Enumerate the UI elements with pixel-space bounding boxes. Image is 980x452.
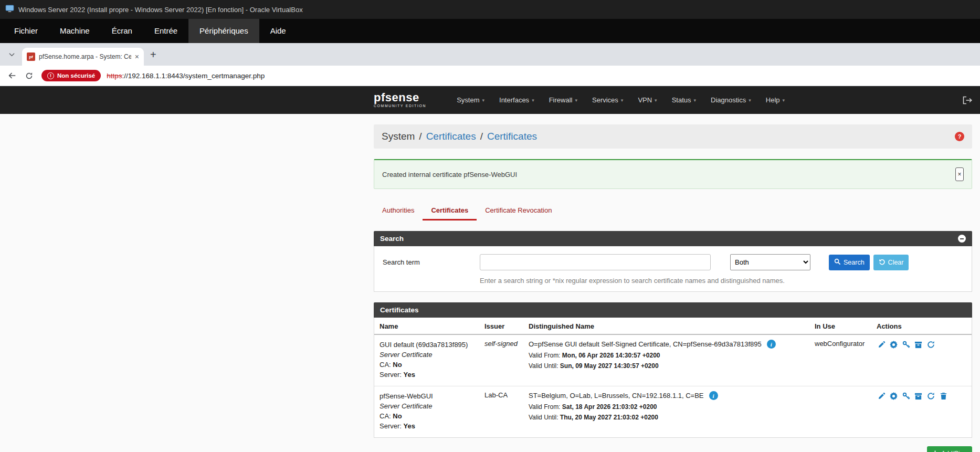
back-button[interactable] <box>7 71 17 80</box>
vbox-titlebar: Windows Server 2022 (Install propre - Wi… <box>0 0 980 19</box>
caret-down-icon: ▾ <box>575 98 577 103</box>
table-row: GUI default (69d3a7813f895) Server Certi… <box>374 334 972 386</box>
url-scheme: https <box>107 72 122 80</box>
tab-search-chevron-icon[interactable] <box>5 48 18 61</box>
cert-ca-line: CA: No <box>380 411 474 421</box>
refresh-button[interactable] <box>25 72 33 80</box>
search-scope-select[interactable]: Both <box>730 254 810 270</box>
delete-icon[interactable] <box>939 391 948 401</box>
cert-dn: ST=Belgium, O=Lab, L=Brussels, CN=192.16… <box>529 392 704 400</box>
valid-until-line: Valid Until: Thu, 20 May 2027 21:03:02 +… <box>529 414 804 421</box>
tab-bar: Authorities Certificates Certificate Rev… <box>374 202 972 220</box>
certificates-panel: Certificates Name Issuer Distinguished N… <box>374 302 972 438</box>
key-icon[interactable] <box>901 391 911 401</box>
content-container: System / Certificates / Certificates ? C… <box>374 124 972 452</box>
menubar-item-machine[interactable]: Machine <box>49 19 101 43</box>
nav-item-interfaces[interactable]: Interfaces▾ <box>492 92 542 108</box>
cert-dn-cell: ST=Belgium, O=Lab, L=Brussels, CN=192.16… <box>523 386 809 438</box>
key-icon[interactable] <box>901 340 911 349</box>
nav-item-label: Interfaces <box>499 96 529 104</box>
nav-item-system[interactable]: System▾ <box>449 92 492 108</box>
tab-authorities[interactable]: Authorities <box>374 202 423 220</box>
caret-down-icon: ▾ <box>694 98 697 103</box>
nav-item-help[interactable]: Help▾ <box>758 92 792 108</box>
vbox-menubar: Fichier Machine Écran Entrée Périphériqu… <box>0 19 980 43</box>
search-panel-title: Search <box>380 235 404 243</box>
breadcrumb-link-certificates[interactable]: Certificates <box>426 131 476 142</box>
search-hint: Enter a search string or *nix regular ex… <box>480 277 963 285</box>
cert-actions-cell <box>871 386 972 438</box>
breadcrumb-separator: / <box>419 131 421 142</box>
nav-item-status[interactable]: Status▾ <box>665 92 703 108</box>
edit-icon[interactable] <box>877 391 886 401</box>
nav-item-vpn[interactable]: VPN▾ <box>630 92 664 108</box>
security-badge[interactable]: ! Non sécurisé <box>41 70 101 81</box>
menubar-item-aide[interactable]: Aide <box>259 19 297 43</box>
new-tab-button[interactable]: + <box>150 49 156 60</box>
certificate-icon[interactable] <box>889 391 899 401</box>
breadcrumb-separator: / <box>480 131 483 142</box>
browser-tab[interactable]: pf pfSense.home.arpa - System: Cert × <box>22 48 144 66</box>
archive-icon[interactable] <box>914 340 923 349</box>
cert-server-line: Server: Yes <box>380 370 474 380</box>
add-sign-button[interactable]: Add/Sign <box>927 446 972 452</box>
logout-icon[interactable] <box>963 96 972 104</box>
nav-item-label: Help <box>766 96 780 104</box>
url-text: https://192.168.1.1:8443/system_certmana… <box>107 72 265 80</box>
success-alert: Created internal certificate pfSense-Web… <box>374 159 972 189</box>
cert-name: pfSense-WebGUI <box>380 391 474 401</box>
menubar-item-entree[interactable]: Entrée <box>143 19 188 43</box>
alert-close-button[interactable]: × <box>955 167 964 181</box>
nav-item-label: VPN <box>638 96 652 104</box>
menubar-item-peripheriques[interactable]: Périphériques <box>188 19 259 43</box>
pfsense-logo-text: pfsense <box>374 92 426 103</box>
breadcrumb-link-certificates-2[interactable]: Certificates <box>487 131 537 142</box>
renew-icon[interactable] <box>926 391 936 401</box>
certificates-panel-title: Certificates <box>380 306 419 314</box>
caret-down-icon: ▾ <box>749 98 751 103</box>
certificates-table: Name Issuer Distinguished Name In Use Ac… <box>374 318 972 437</box>
info-icon[interactable]: i <box>767 340 776 349</box>
renew-icon[interactable] <box>926 340 936 349</box>
cert-dn-cell: O=pfSense GUI default Self-Signed Certif… <box>523 334 809 386</box>
pfsense-navbar: pfsense COMMUNITY EDITION System▾ Interf… <box>0 86 980 114</box>
cert-type: Server Certificate <box>380 401 474 411</box>
pfsense-logo-subtext: COMMUNITY EDITION <box>374 104 426 108</box>
edit-icon[interactable] <box>877 340 886 349</box>
collapse-icon[interactable] <box>958 235 966 243</box>
browser-tabstrip: pf pfSense.home.arpa - System: Cert × + <box>0 43 980 66</box>
tab-certificate-revocation[interactable]: Certificate Revocation <box>477 202 560 220</box>
plus-icon <box>932 450 938 452</box>
nav-item-firewall[interactable]: Firewall▾ <box>542 92 585 108</box>
tab-close-icon[interactable]: × <box>135 52 139 61</box>
caret-down-icon: ▾ <box>621 98 624 103</box>
tab-certificates[interactable]: Certificates <box>423 202 477 220</box>
column-header-distinguished-name: Distinguished Name <box>523 318 809 334</box>
certificates-panel-body: Name Issuer Distinguished Name In Use Ac… <box>374 318 972 438</box>
archive-icon[interactable] <box>914 391 923 401</box>
search-term-input[interactable] <box>480 254 711 270</box>
cert-ca-line: CA: No <box>380 360 474 370</box>
info-icon[interactable]: i <box>709 391 718 400</box>
menubar-item-fichier[interactable]: Fichier <box>3 19 49 43</box>
breadcrumb-system: System <box>382 131 415 142</box>
pfsense-nav-items: System▾ Interfaces▾ Firewall▾ Services▾ … <box>449 92 792 108</box>
certificate-icon[interactable] <box>889 340 899 349</box>
help-icon[interactable]: ? <box>955 132 964 141</box>
nav-item-services[interactable]: Services▾ <box>585 92 630 108</box>
pfsense-logo[interactable]: pfsense COMMUNITY EDITION <box>374 92 426 108</box>
search-button[interactable]: Search <box>829 255 870 270</box>
clear-button[interactable]: Clear <box>873 255 909 270</box>
address-bar[interactable]: ! Non sécurisé https://192.168.1.1:8443/… <box>41 70 973 81</box>
nav-item-label: System <box>457 96 479 104</box>
menubar-item-ecran[interactable]: Écran <box>101 19 143 43</box>
nav-item-label: Diagnostics <box>711 96 746 104</box>
warning-icon: ! <box>47 72 54 79</box>
nav-item-label: Firewall <box>549 96 573 104</box>
caret-down-icon: ▾ <box>532 98 534 103</box>
search-button-label: Search <box>844 259 865 266</box>
cert-in-use <box>809 386 871 438</box>
nav-item-diagnostics[interactable]: Diagnostics▾ <box>703 92 758 108</box>
cert-in-use: webConfigurator <box>809 334 871 386</box>
cert-name: GUI default (69d3a7813f895) <box>380 340 474 350</box>
